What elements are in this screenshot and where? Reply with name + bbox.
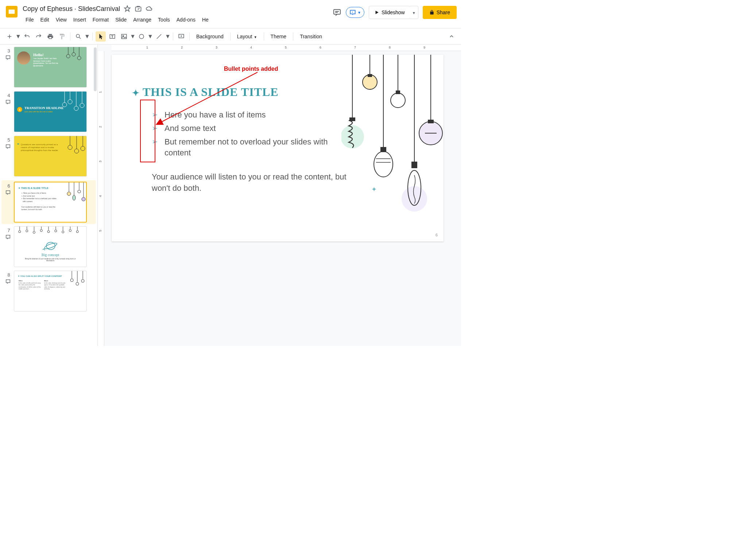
svg-point-19 bbox=[77, 56, 81, 60]
background-button[interactable]: Background bbox=[193, 31, 227, 42]
svg-point-40 bbox=[73, 195, 76, 200]
speaker-notes-icon bbox=[5, 279, 11, 285]
shape-dropdown[interactable]: ▼ bbox=[148, 31, 152, 42]
menu-view[interactable]: View bbox=[53, 15, 70, 24]
menu-tools[interactable]: Tools bbox=[155, 15, 173, 24]
svg-point-24 bbox=[68, 100, 72, 104]
thumb-row-5[interactable]: 5 " Quotations are commonly printed as a… bbox=[1, 136, 96, 177]
svg-point-10 bbox=[139, 34, 144, 39]
slides-logo[interactable] bbox=[4, 4, 19, 19]
menu-edit[interactable]: Edit bbox=[38, 15, 52, 24]
menu-addons[interactable]: Add-ons bbox=[174, 15, 198, 24]
toolbar: ▼ ▼ ▼ ▼ ▼ Background Layout ▼ Theme Tran… bbox=[0, 28, 461, 45]
menu-bar: File Edit View Insert Format Slide Arran… bbox=[23, 15, 333, 24]
paint-format-icon[interactable] bbox=[57, 31, 67, 42]
slideshow-dropdown[interactable]: ▼ bbox=[410, 6, 418, 19]
shape-icon[interactable] bbox=[136, 31, 147, 42]
svg-point-63 bbox=[76, 231, 78, 233]
svg-rect-90 bbox=[380, 147, 386, 152]
svg-point-26 bbox=[74, 106, 78, 111]
theme-button[interactable]: Theme bbox=[267, 31, 290, 42]
svg-point-82 bbox=[391, 93, 405, 108]
svg-rect-45 bbox=[6, 235, 10, 238]
menu-file[interactable]: File bbox=[23, 15, 37, 24]
svg-point-89 bbox=[374, 151, 393, 177]
image-icon[interactable] bbox=[119, 31, 129, 42]
svg-point-92 bbox=[402, 186, 427, 212]
svg-point-53 bbox=[40, 229, 42, 232]
comment-add-icon[interactable] bbox=[176, 31, 186, 42]
svg-point-68 bbox=[70, 279, 73, 282]
new-slide-dropdown[interactable]: ▼ bbox=[16, 31, 20, 42]
menu-slide[interactable]: Slide bbox=[112, 15, 129, 24]
hide-menus-icon[interactable] bbox=[446, 31, 457, 42]
svg-rect-8 bbox=[121, 34, 127, 39]
print-icon[interactable] bbox=[45, 31, 55, 42]
svg-point-65 bbox=[44, 242, 57, 250]
speaker-notes-icon bbox=[5, 144, 11, 150]
svg-rect-83 bbox=[396, 90, 400, 94]
present-button[interactable]: ▼ bbox=[346, 7, 364, 18]
thumb-row-7[interactable]: 7 Big concept Bring the attention of you… bbox=[1, 226, 96, 267]
menu-arrange[interactable]: Arrange bbox=[130, 15, 154, 24]
svg-point-6 bbox=[76, 34, 80, 38]
svg-point-49 bbox=[26, 230, 28, 232]
svg-point-28 bbox=[80, 103, 84, 108]
menu-insert[interactable]: Insert bbox=[70, 15, 89, 24]
header: Copy of Ephesus · SlidesCarnival File Ed… bbox=[0, 0, 461, 28]
line-dropdown[interactable]: ▼ bbox=[166, 31, 170, 42]
move-icon[interactable] bbox=[135, 5, 142, 12]
svg-point-70 bbox=[76, 282, 79, 285]
menu-help[interactable]: He bbox=[199, 15, 212, 24]
textbox-icon[interactable] bbox=[107, 31, 117, 42]
star-icon[interactable] bbox=[124, 5, 131, 12]
svg-rect-81 bbox=[368, 74, 372, 77]
ruler-vertical: 1 2 3 4 5 bbox=[98, 51, 104, 346]
menu-format[interactable]: Format bbox=[90, 15, 112, 24]
lightbulb-decoration: ✦ bbox=[341, 55, 444, 242]
thumb-row-4[interactable]: 4 1 Transition Headline Let's start with… bbox=[1, 91, 96, 132]
svg-point-59 bbox=[62, 231, 64, 233]
new-slide-icon[interactable] bbox=[4, 31, 15, 42]
svg-point-47 bbox=[19, 231, 21, 233]
filmstrip[interactable]: 3 Hello! I am Jayden Smith I am here bec… bbox=[0, 45, 98, 346]
svg-point-44 bbox=[82, 197, 85, 201]
thumb-row-6[interactable]: 6 ✦ This is a slide title ➢ Here you hav… bbox=[1, 180, 96, 224]
layout-button[interactable]: Layout ▼ bbox=[233, 31, 261, 42]
annotation-label: Bullet points added bbox=[224, 66, 278, 72]
slideshow-button[interactable]: Slideshow bbox=[369, 6, 410, 19]
select-icon[interactable] bbox=[96, 31, 106, 42]
svg-point-22 bbox=[62, 103, 67, 107]
annotation-box bbox=[140, 100, 155, 162]
speaker-notes-icon bbox=[5, 55, 11, 61]
thumb-row-3[interactable]: 3 Hello! I am Jayden Smith I am here bec… bbox=[1, 47, 96, 88]
comments-icon[interactable] bbox=[333, 8, 341, 17]
svg-rect-13 bbox=[6, 56, 10, 59]
speaker-notes-icon bbox=[5, 99, 11, 105]
cloud-icon[interactable] bbox=[146, 5, 153, 12]
slide-canvas[interactable]: This is a slide title ➢Here you have a l… bbox=[112, 55, 444, 242]
share-button[interactable]: Share bbox=[423, 6, 457, 19]
svg-point-61 bbox=[69, 229, 71, 232]
speaker-notes-icon bbox=[5, 190, 11, 196]
canvas-area[interactable]: 1 2 3 4 5 6 7 8 9 1 2 3 4 5 This is a sl… bbox=[98, 45, 461, 346]
doc-title[interactable]: Copy of Ephesus · SlidesCarnival bbox=[23, 5, 120, 13]
annotation-arrow bbox=[155, 69, 265, 128]
body-text[interactable]: Your audience will listen to you or read… bbox=[152, 171, 356, 194]
transition-button[interactable]: Transition bbox=[296, 31, 326, 42]
svg-point-38 bbox=[67, 192, 71, 196]
line-icon[interactable] bbox=[154, 31, 164, 42]
zoom-dropdown[interactable]: ▼ bbox=[85, 31, 89, 42]
svg-point-55 bbox=[47, 231, 50, 233]
ruler-horizontal: 1 2 3 4 5 6 7 8 9 bbox=[112, 45, 461, 51]
thumb-row-8[interactable]: 8 ✦ You can also split your content Whit… bbox=[1, 271, 96, 312]
scrollbar[interactable] bbox=[94, 47, 97, 91]
svg-rect-20 bbox=[6, 100, 10, 103]
redo-icon[interactable] bbox=[34, 31, 44, 42]
zoom-icon[interactable] bbox=[73, 31, 84, 42]
svg-rect-66 bbox=[6, 280, 10, 283]
undo-icon[interactable] bbox=[22, 31, 32, 42]
image-dropdown[interactable]: ▼ bbox=[131, 31, 135, 42]
svg-point-17 bbox=[72, 53, 76, 56]
svg-line-11 bbox=[157, 34, 161, 39]
